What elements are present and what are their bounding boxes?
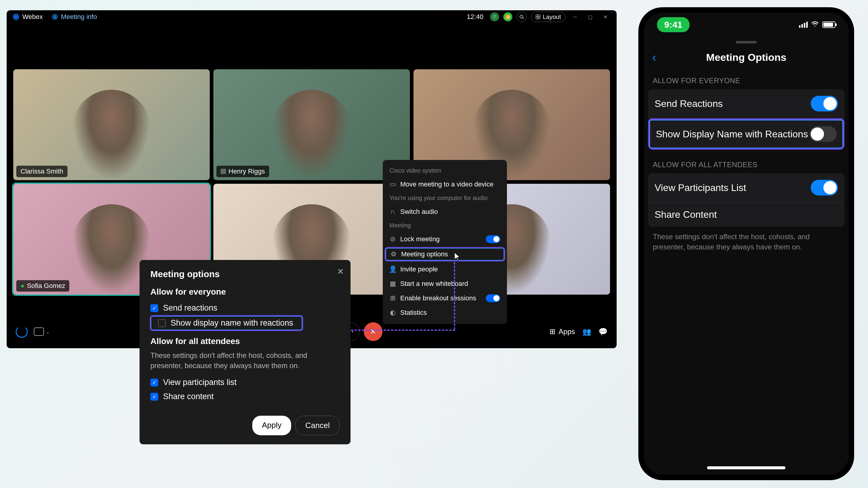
checkbox[interactable]: ✓: [150, 393, 158, 401]
svg-rect-3: [538, 15, 540, 17]
wifi-icon: [811, 20, 819, 30]
headset-icon: ∩: [390, 208, 396, 215]
dialog-close-button[interactable]: ✕: [337, 267, 344, 276]
stats-icon: ◐: [390, 310, 396, 316]
brand-label: Webex: [22, 13, 43, 21]
mobile-nav-bar: ‹ Meeting Options: [644, 49, 849, 66]
mobile-option-show-display-name[interactable]: Show Display Name with Reactions: [648, 119, 844, 150]
mute-icon: [221, 169, 226, 174]
titlebar: Webex i Meeting info 12:40 ⏱ 📶 Layout ─ …: [7, 10, 617, 24]
participant-name: Clarissa Smith: [21, 167, 63, 175]
layout-label: Layout: [543, 13, 561, 21]
signal-icon: [799, 22, 808, 28]
menu-item-breakout[interactable]: ⊞ Enable breakout sessions: [383, 291, 507, 305]
home-indicator[interactable]: [707, 466, 785, 469]
apps-grid-icon: ⊞: [550, 327, 555, 336]
svg-point-0: [520, 15, 523, 18]
svg-rect-4: [536, 17, 538, 19]
mobile-options-list: Send Reactions Show Display Name with Re…: [648, 89, 844, 150]
battery-icon: [822, 22, 835, 28]
toggle-show-display-name[interactable]: [809, 126, 837, 142]
lock-toggle[interactable]: [486, 235, 500, 243]
menu-item-invite-people[interactable]: 👤 Invite people: [383, 262, 507, 276]
close-button[interactable]: ✕: [600, 11, 611, 22]
svg-rect-2: [536, 15, 538, 17]
video-tile[interactable]: Clarissa Smith: [13, 69, 210, 180]
status-indicator-1[interactable]: ⏱: [490, 12, 499, 22]
self-view-indicator[interactable]: [16, 326, 28, 338]
status-indicator-2[interactable]: 📶: [503, 12, 513, 22]
apply-button[interactable]: Apply: [252, 416, 291, 435]
layout-button[interactable]: Layout: [531, 12, 565, 22]
cancel-button[interactable]: Cancel: [296, 416, 340, 435]
menu-item-meeting-options[interactable]: ⚙ Meeting options: [384, 247, 505, 261]
lock-icon: ⊘: [390, 236, 396, 242]
info-icon: i: [52, 14, 58, 20]
whiteboard-icon: ▦: [390, 281, 396, 287]
cursor-icon: [455, 253, 462, 261]
mobile-option-send-reactions[interactable]: Send Reactions: [648, 89, 844, 119]
mobile-options-list: View Participants List Share Content: [648, 173, 844, 227]
status-bar: 9:41: [644, 13, 849, 37]
svg-line-1: [523, 18, 524, 19]
option-label: Send reactions: [163, 303, 217, 313]
option-label: Show display name with reactions: [170, 318, 293, 328]
section-description: These settings don't affect the host, co…: [150, 350, 340, 370]
menu-label: Start a new whiteboard: [400, 280, 468, 288]
dialog-title: Meeting options: [150, 269, 340, 279]
mobile-page-title: Meeting Options: [706, 52, 786, 63]
chevron-down-icon: ⌄: [46, 329, 50, 335]
breakout-icon: ⊞: [390, 295, 396, 301]
chat-button[interactable]: ⌄: [34, 327, 50, 336]
checkbox[interactable]: ✓: [150, 304, 158, 312]
menu-item-lock-meeting[interactable]: ⊘ Lock meeting: [383, 232, 507, 247]
option-label: View participants list: [163, 378, 237, 387]
clock: 12:40: [467, 13, 484, 21]
mobile-option-share-content[interactable]: Share Content: [648, 202, 844, 227]
person-plus-icon: 👤: [390, 266, 396, 272]
minimize-button[interactable]: ─: [569, 11, 581, 22]
menu-label: Statistics: [400, 309, 427, 317]
option-show-display-name[interactable]: Show display name with reactions: [150, 315, 303, 331]
gear-icon: ⚙: [390, 251, 397, 258]
toggle-send-reactions[interactable]: [811, 96, 838, 111]
menu-item-statistics[interactable]: ◐ Statistics: [383, 305, 507, 320]
section-title: Allow for all attendees: [150, 336, 340, 346]
menu-label: Lock meeting: [400, 235, 440, 243]
mobile-option-label: View Participants List: [655, 182, 746, 193]
search-button[interactable]: [517, 12, 527, 22]
panel-chat-button[interactable]: 💬: [598, 327, 608, 336]
participant-name-badge: Clarissa Smith: [16, 166, 67, 177]
menu-item-move-device[interactable]: ▭ Move meeting to a video device: [383, 177, 507, 192]
checkbox[interactable]: ✓: [150, 379, 158, 387]
status-time-pill[interactable]: 9:41: [657, 17, 689, 32]
back-button[interactable]: ‹: [652, 51, 656, 64]
mobile-section-header: ALLOW FOR EVERYONE: [644, 66, 849, 89]
toggle-view-participants[interactable]: [811, 180, 838, 195]
breakout-toggle[interactable]: [486, 294, 500, 302]
speech-icon: 💬: [598, 327, 608, 335]
option-share-content[interactable]: ✓ Share content: [150, 390, 340, 404]
section-title: Allow for everyone: [150, 287, 340, 297]
leave-button[interactable]: ✕: [364, 322, 382, 341]
checkbox[interactable]: [158, 319, 166, 327]
mobile-option-view-participants[interactable]: View Participants List: [648, 173, 844, 202]
menu-item-whiteboard[interactable]: ▦ Start a new whiteboard: [383, 276, 507, 291]
more-options-menu: Cisco video system ▭ Move meeting to a v…: [383, 160, 507, 324]
participants-button[interactable]: 👥: [582, 327, 591, 336]
participant-name-badge: ● Sofia Gomez: [16, 280, 69, 292]
participant-name: Henry Riggs: [228, 167, 265, 175]
mobile-option-label: Share Content: [655, 209, 717, 220]
participant-name-badge: Henry Riggs: [216, 166, 269, 177]
option-view-participants[interactable]: ✓ View participants list: [150, 375, 340, 390]
meeting-info-link[interactable]: i Meeting info: [52, 13, 97, 21]
search-icon: [519, 14, 524, 19]
maximize-button[interactable]: ▢: [585, 11, 595, 22]
menu-item-switch-audio[interactable]: ∩ Switch audio: [383, 204, 507, 219]
sheet-grabber[interactable]: [736, 41, 757, 43]
video-tile[interactable]: Henry Riggs: [213, 69, 410, 180]
menu-section-header: Cisco video system: [383, 164, 507, 177]
annotation-connector: [454, 262, 455, 330]
option-send-reactions[interactable]: ✓ Send reactions: [150, 301, 340, 315]
apps-button[interactable]: ⊞ Apps: [550, 327, 575, 336]
